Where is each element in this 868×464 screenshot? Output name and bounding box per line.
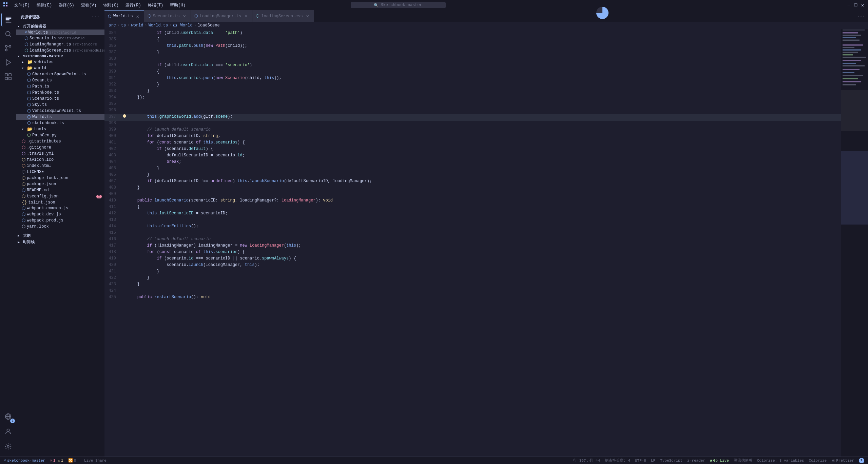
tab-scenario-ts[interactable]: ⬡ Scenario.ts ✕ (144, 10, 191, 22)
open-file-loadingmanager-ts[interactable]: ⬡ LoadingManager.ts src\ts\core (16, 41, 104, 47)
tabs-overflow[interactable]: ··· (854, 14, 868, 19)
indent-status[interactable]: 制表符长度: 4 (604, 458, 631, 463)
z-reader-status[interactable]: z-reader (686, 459, 706, 463)
menu-select[interactable]: 选择(S) (57, 2, 76, 9)
file-name: yarn.lock (27, 224, 49, 229)
sidebar-item-license[interactable]: ⬡ LICENSE (16, 169, 104, 175)
sidebar-item-webpack-dev[interactable]: ⬡ webpack.dev.js (16, 211, 104, 217)
open-file-scenario-ts[interactable]: ⬡ Scenario.ts src\ts\world (16, 35, 104, 41)
breadcrumb-worldts[interactable]: World.ts (149, 23, 168, 28)
code-line-425: 425 public restartScenario(): void (104, 295, 841, 301)
file-name: sketchbook.ts (32, 121, 64, 125)
plugin2-status[interactable]: 腾讯信使书 (733, 458, 753, 463)
json-icon: ⬡ (22, 181, 25, 187)
sidebar-item-travis[interactable]: ⬡ .travis.yml (16, 151, 104, 157)
tab-close-css[interactable]: ✕ (305, 14, 310, 19)
tab-css-icon: ⬡ (256, 14, 259, 19)
go-live-status[interactable]: ◉ Go Live (709, 458, 730, 463)
menu-view[interactable]: 查看(V) (79, 2, 99, 9)
cursor-position-status[interactable]: 行 397，列 44 (572, 458, 601, 463)
menu-goto[interactable]: 转到(G) (101, 2, 121, 9)
sidebar-item-index-html[interactable]: ⬡ index.html (16, 163, 104, 169)
line-ending-status[interactable]: LF (650, 459, 656, 463)
project-section[interactable]: ▾ SKETCHBOOK-MASTER (16, 54, 104, 59)
menu-help[interactable]: 帮助(H) (168, 2, 188, 9)
sidebar-item-webpack-common[interactable]: ⬡ webpack.common.js (16, 205, 104, 211)
sidebar-item-favicon[interactable]: ⬡ favicon.ico (16, 157, 104, 163)
open-editors-section[interactable]: ▾ 打开的编辑器 (16, 23, 104, 30)
sidebar-item-pathgen[interactable]: ⬡ PathGen.py (16, 132, 104, 138)
accounts-activity-icon[interactable] (1, 425, 15, 438)
menu-run[interactable]: 运行(R) (123, 2, 143, 9)
maximize-button[interactable]: □ (853, 2, 859, 8)
close-button[interactable]: ✕ (860, 2, 865, 8)
open-file-world-ts[interactable]: × World.ts src\ts\world (16, 30, 104, 35)
prettier-status[interactable]: 🖨 Prettier (830, 458, 855, 463)
sidebar-item-world-ts[interactable]: ⬡ World.ts (16, 114, 104, 120)
breadcrumb-ts[interactable]: ts (121, 23, 126, 28)
line-content: if (child.userData.data === 'path') (128, 31, 841, 35)
colorize-status[interactable]: Colorize: 3 variables (756, 459, 805, 463)
search-bar[interactable]: 🔍 Sketchbook-master (351, 2, 446, 8)
menu-edit[interactable]: 编辑(E) (35, 2, 54, 9)
code-view[interactable]: 384 if (child.userData.data === 'path') … (104, 29, 841, 457)
sidebar-item-gitignore[interactable]: ⬡ .gitignore (16, 144, 104, 151)
sidebar-item-package[interactable]: ⬡ package.json (16, 181, 104, 187)
sidebar-item-yarn[interactable]: ⬡ yarn.lock (16, 224, 104, 230)
sidebar-item-ocean[interactable]: ⬡ Ocean.ts (16, 77, 104, 83)
sidebar-item-path[interactable]: ⬡ Path.ts (16, 83, 104, 90)
liveshare-status[interactable]: ↑ Live Share (80, 459, 108, 463)
search-activity-icon[interactable] (1, 27, 15, 41)
sidebar-item-vehiclespawnpoint[interactable]: ⬡ VehicleSpawnPoint.ts (16, 108, 104, 114)
git-activity-icon[interactable] (1, 41, 15, 55)
settings-activity-icon[interactable] (1, 440, 15, 453)
sidebar-item-webpack-prod[interactable]: ⬡ webpack.prod.js (16, 217, 104, 224)
tab-loadingmanager-ts[interactable]: ⬡ LoadingManager.ts ✕ (191, 10, 252, 22)
sidebar-item-sky[interactable]: ⬡ Sky.ts (16, 102, 104, 108)
sidebar-item-tsconfig[interactable]: ⬡ tsconfig.json 2 (16, 193, 104, 199)
sidebar-item-vehicles[interactable]: ▶ 📁 vehicles (16, 59, 104, 65)
sidebar-item-world[interactable]: ▾ 📂 world (16, 65, 104, 71)
tab-world-ts[interactable]: ⬡ World.ts ✕ (104, 10, 144, 22)
sidebar-item-sketchbook[interactable]: ⬡ sketchbook.ts (16, 120, 104, 126)
sidebar-item-tslint[interactable]: {} tslint.json (16, 199, 104, 205)
menu-file[interactable]: 文件(F) (12, 2, 32, 9)
tab-loadingscreen-css[interactable]: ⬡ loadingScreen.css ✕ (252, 10, 314, 22)
tab-close-world[interactable]: ✕ (135, 14, 140, 19)
sidebar-item-pathnode[interactable]: ⬡ PathNode.ts (16, 90, 104, 96)
sidebar-more-icon[interactable]: ··· (91, 14, 100, 20)
open-file-loadingscreen-css[interactable]: ⬡ loadingScreen.css src\css\modules (16, 47, 104, 54)
folder-icon: 📂 (27, 65, 33, 71)
remote-activity-icon[interactable]: 1 (1, 410, 15, 423)
tab-close-loadingmanager[interactable]: ✕ (243, 14, 249, 19)
ts-file-icon: ⬡ (24, 36, 28, 41)
sidebar-item-package-lock[interactable]: ⬡ package-lock.json (16, 175, 104, 181)
outline-section[interactable]: ▶ 大纲 (16, 232, 104, 239)
minimize-button[interactable]: ─ (846, 2, 852, 8)
menu-terminal[interactable]: 终端(T) (146, 2, 166, 9)
account-status[interactable]: 1 (858, 458, 865, 463)
sidebar-item-readme[interactable]: ⬡ README.md (16, 187, 104, 193)
title-bar-left: 文件(F) 编辑(E) 选择(S) 查看(V) 转到(G) 运行(R) 终端(T… (3, 2, 188, 9)
code-line-413: 413 (104, 217, 841, 224)
sidebar-item-scenario[interactable]: ⬡ Scenario.ts (16, 96, 104, 102)
explorer-activity-icon[interactable] (1, 13, 15, 26)
colorize-button-status[interactable]: Colorize (808, 459, 828, 463)
error-count-status[interactable]: ✕ 1 ⚠ 1 (49, 458, 64, 463)
error-count: 1 (53, 459, 56, 463)
breadcrumb-world-folder[interactable]: world (131, 23, 143, 28)
sidebar-item-tools[interactable]: ▾ 📂 tools (16, 126, 104, 132)
debug-activity-icon[interactable] (1, 56, 15, 69)
git-sync-status[interactable]: 🔀 0 (67, 458, 77, 463)
encoding-status[interactable]: UTF-8 (634, 459, 647, 463)
sidebar-item-characterspawnpoint[interactable]: ⬡ CharacterSpawnPoint.ts (16, 71, 104, 77)
sidebar-item-gitattributes[interactable]: ⬡ .gitattributes (16, 138, 104, 144)
breadcrumb-src[interactable]: src (109, 23, 116, 28)
language-status[interactable]: TypeScript (659, 459, 683, 463)
git-branch-status[interactable]: ⑂ sketchbook-master (3, 459, 46, 463)
extensions-activity-icon[interactable] (1, 70, 15, 83)
breadcrumb-world-class[interactable]: World (173, 23, 192, 28)
tab-close-scenario[interactable]: ✕ (182, 14, 187, 19)
timeline-section[interactable]: ▶ 时间线 (16, 239, 104, 245)
file-name: .gitignore (27, 145, 51, 150)
